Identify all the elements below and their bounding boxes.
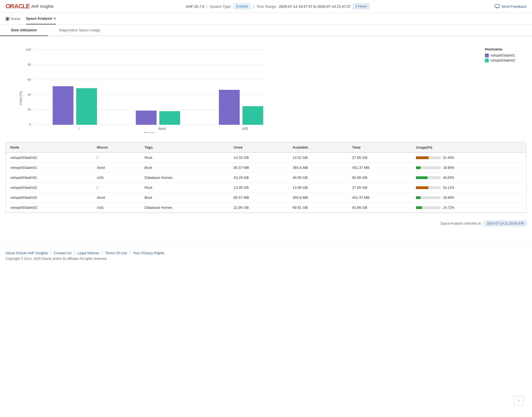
footer-link-legal[interactable]: Legal Notices <box>75 251 103 255</box>
legend-color-adm02 <box>485 59 489 62</box>
version-label: AHF-25.7.0 <box>186 4 204 9</box>
cell-node: nshqah03adm01 <box>6 152 93 163</box>
table-scroll[interactable]: Node Mount Tags Used Available Total Usa… <box>6 143 526 213</box>
bar-boot-adm01 <box>136 111 157 125</box>
usage-bar-fill <box>416 176 428 179</box>
cell-mount: /u01 <box>93 203 140 213</box>
svg-text:40: 40 <box>28 93 31 96</box>
cell-tags: Database Homes <box>140 173 229 183</box>
cell-mount: /boot <box>93 193 140 203</box>
table-row: nshqah03adm01 / Root 14.33 GB 13.52 GB 2… <box>6 152 526 163</box>
time-range-label: Time Range: <box>256 4 277 9</box>
footer-copyright: Copyright © 2014, 2025 Oracle and/or its… <box>6 257 526 261</box>
svg-text:/boot: /boot <box>158 127 166 131</box>
send-feedback-button[interactable]: Send Feedback <box>495 4 526 9</box>
usage-bar-wrap: 51.45% <box>416 156 522 160</box>
cell-used: 14.33 GB <box>229 152 288 163</box>
bar-u01-adm01 <box>219 90 240 125</box>
usage-bar-bg <box>416 206 441 209</box>
usage-bar-bg <box>416 176 441 179</box>
cell-usage: 18.96% <box>411 193 526 203</box>
footer-link-contact[interactable]: Contact Us <box>51 251 75 255</box>
cell-available: 13.89 GB <box>288 183 348 193</box>
cell-tags: Root <box>140 152 229 163</box>
svg-text:60: 60 <box>28 78 31 81</box>
bar-root-adm02 <box>76 88 97 125</box>
bar-boot-adm02 <box>159 111 180 125</box>
svg-text:0: 0 <box>29 123 31 126</box>
usage-bar-bg <box>416 156 441 159</box>
system-type-badge: Exadata <box>234 4 251 9</box>
sub-tabs: Disk Utilization Diagnostics Space Usage <box>0 25 532 36</box>
time-range-value: 2025-07-14 19:47:37 to 2025-07-14 21:47:… <box>279 4 351 9</box>
chart-legend: Hostname nshqah03adm01 nshqah03adm02 <box>482 44 526 66</box>
cell-mount: / <box>93 183 140 193</box>
cell-available: 365.8 MB <box>288 193 348 203</box>
scroll-to-top-button[interactable]: ↑ <box>514 396 524 406</box>
nav-home[interactable]: Home <box>6 13 21 24</box>
cell-tags: Root <box>140 183 229 193</box>
usage-bar-wrap: 18.96% <box>416 166 522 170</box>
svg-text:/: / <box>78 127 80 131</box>
svg-text:80: 80 <box>28 63 31 66</box>
chart-wrapper: Used (%) 0 20 40 6 <box>6 44 477 134</box>
usage-bar-wrap: 46.63% <box>416 176 522 180</box>
table-row: nshqah03adm02 / Root 13.95 GB 13.89 GB 2… <box>6 183 526 193</box>
usage-bar-wrap: 18.96% <box>416 196 522 200</box>
legend-color-adm01 <box>485 54 489 57</box>
cell-available: 365.8 MB <box>288 163 348 173</box>
bar-root-adm01 <box>53 86 73 125</box>
table-header-row: Node Mount Tags Used Available Total Usa… <box>6 143 526 152</box>
table-row: nshqah03adm01 /u01 Database Homes 43.29 … <box>6 173 526 183</box>
cell-mount: /u01 <box>93 173 140 183</box>
usage-bar-bg <box>416 196 441 199</box>
legend-title: Hostname <box>485 47 524 51</box>
cell-node: nshqah03adm01 <box>6 163 93 173</box>
nav-tabs: Home Space Analysis × <box>0 13 532 25</box>
cell-used: 22.95 GB <box>229 203 288 213</box>
legend-label-adm02: nshqah03adm02 <box>490 59 515 62</box>
svg-rect-4 <box>7 19 8 21</box>
footer-link-privacy[interactable]: Your Privacy Rights <box>130 251 167 255</box>
svg-text:20: 20 <box>28 108 31 111</box>
space-analysis-tab[interactable]: Space Analysis × <box>26 13 56 24</box>
svg-marker-5 <box>6 17 9 19</box>
svg-text:100: 100 <box>26 48 31 51</box>
cell-total: 27.85 GB <box>348 152 411 163</box>
usage-bar-bg <box>416 166 441 169</box>
cell-mount: /boot <box>93 163 140 173</box>
tab-disk-utilization[interactable]: Disk Utilization <box>0 25 48 36</box>
cell-available: 13.52 GB <box>288 152 348 163</box>
tab-diagnostics-space[interactable]: Diagnostics Space Usage <box>48 25 111 35</box>
cell-total: 451.37 MB <box>348 193 411 203</box>
cell-used: 43.29 GB <box>229 173 288 183</box>
col-node: Node <box>6 143 93 152</box>
col-mount: Mount <box>93 143 140 152</box>
cell-used: 85.57 MB <box>229 163 288 173</box>
header: ORACLE AHF Insights AHF-25.7.0 | System … <box>0 0 532 13</box>
footer-link-about[interactable]: About Oracle AHF Insights <box>6 251 51 255</box>
collected-at-label: Space Analysis collected at : <box>440 222 482 225</box>
cell-tags: Database Homes <box>140 203 229 213</box>
usage-pct-label: 18.96% <box>443 166 454 170</box>
cell-mount: / <box>93 152 140 163</box>
disk-usage-table: Node Mount Tags Used Available Total Usa… <box>6 143 526 213</box>
cell-tags: Boot <box>140 193 229 203</box>
footer-link-terms[interactable]: Terms Of Use <box>102 251 130 255</box>
svg-text:/u01: /u01 <box>242 127 249 131</box>
cell-usage: 24.72% <box>411 203 526 213</box>
usage-bar-fill <box>416 186 428 189</box>
usage-bar-bg <box>416 186 441 189</box>
usage-pct-label: 51.45% <box>443 156 454 160</box>
time-badge: 2 Hours <box>353 4 370 9</box>
usage-bar-fill <box>416 196 421 199</box>
col-usage: Usage(%) <box>411 143 526 152</box>
legend-item-adm01: nshqah03adm01 <box>485 54 524 57</box>
table-row: nshqah03adm02 /u01 Database Homes 22.95 … <box>6 203 526 213</box>
cell-usage: 51.45% <box>411 152 526 163</box>
cell-tags: Boot <box>140 163 229 173</box>
usage-bar-wrap: 24.72% <box>416 206 522 210</box>
close-tab-icon[interactable]: × <box>54 16 56 21</box>
feedback-icon <box>495 4 500 9</box>
usage-pct-label: 50.11% <box>443 186 454 190</box>
